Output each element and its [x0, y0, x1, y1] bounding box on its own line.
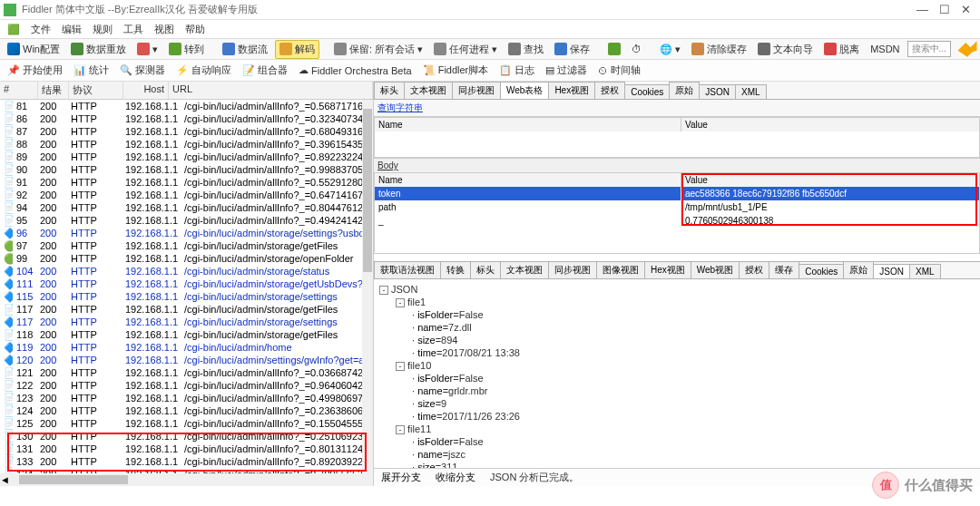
session-row[interactable]: 🟢99200HTTP192.168.1.1/cgi-bin/luci/admin…: [0, 252, 373, 265]
log-tab[interactable]: 📋 日志: [495, 62, 538, 79]
session-row[interactable]: 📄122200HTTP192.168.1.1/cgi-bin/luci/admi…: [0, 379, 373, 392]
req-tab-4[interactable]: Hex视图: [548, 82, 595, 99]
resp-tab-5[interactable]: 图像视图: [596, 261, 645, 278]
keep-dropdown[interactable]: 保留: 所有会话 ▾: [330, 41, 426, 58]
qs-col-value[interactable]: Value: [681, 118, 979, 131]
session-row[interactable]: 🔷111200HTTP192.168.1.1/cgi-bin/luci/admi…: [0, 277, 373, 290]
qs-col-name[interactable]: Name: [375, 118, 681, 131]
close-button[interactable]: ✕: [961, 3, 971, 16]
menu-view[interactable]: 视图: [154, 23, 174, 36]
resp-tab-11[interactable]: 原始: [843, 261, 874, 278]
search-input[interactable]: 搜索中...: [907, 41, 951, 57]
tearoff-button[interactable]: 脱离: [820, 41, 863, 58]
session-row[interactable]: 📄89200HTTP192.168.1.1/cgi-bin/luci/admin…: [0, 151, 373, 163]
session-row[interactable]: 📄88200HTTP192.168.1.1/cgi-bin/luci/admin…: [0, 138, 373, 151]
maximize-button[interactable]: ☐: [939, 3, 950, 16]
textwizard-button[interactable]: 文本向导: [754, 41, 817, 58]
remove-button[interactable]: ▾: [133, 41, 162, 57]
session-row[interactable]: 📄87200HTTP192.168.1.1/cgi-bin/luci/admin…: [0, 125, 373, 138]
process-dropdown[interactable]: 任何进程 ▾: [430, 41, 501, 58]
resp-tab-1[interactable]: 转换: [440, 261, 471, 278]
req-tab-0[interactable]: 标头: [374, 82, 405, 99]
session-row[interactable]: 🔷119200HTTP192.168.1.1/cgi-bin/luci/admi…: [0, 341, 373, 354]
session-row[interactable]: 🔷104200HTTP192.168.1.1/cgi-bin/luci/admi…: [0, 265, 373, 277]
session-row[interactable]: 📄81200HTTP192.168.1.1/cgi-bin/luci/admin…: [0, 100, 373, 112]
menu-rules[interactable]: 规则: [93, 23, 113, 36]
body-row[interactable]: tokenaec588366 18ec6c79192f86 fb5c650dcf: [375, 187, 979, 200]
replay-button[interactable]: 数据重放: [67, 41, 130, 58]
session-row[interactable]: 🔷115200HTTP192.168.1.1/cgi-bin/luci/admi…: [0, 290, 373, 303]
resp-tab-4[interactable]: 同步视图: [548, 261, 597, 278]
menu-tools[interactable]: 工具: [123, 23, 143, 36]
col-url[interactable]: URL: [169, 82, 373, 99]
msdn-button[interactable]: MSDN: [867, 42, 903, 56]
inspector-tab[interactable]: 🔍 探测器: [116, 62, 169, 79]
req-tab-5[interactable]: 授权: [594, 82, 625, 99]
session-row[interactable]: 📄95200HTTP192.168.1.1/cgi-bin/luci/admin…: [0, 214, 373, 227]
session-row[interactable]: 📄91200HTTP192.168.1.1/cgi-bin/luci/admin…: [0, 176, 373, 189]
body-row[interactable]: path/tmp/mnt/usb1_1/PE: [375, 200, 979, 214]
horizontal-scrollbar[interactable]: ◄: [0, 473, 373, 486]
resp-tab-8[interactable]: 授权: [739, 261, 769, 278]
stats-tab[interactable]: 📊 统计: [70, 62, 113, 79]
body-col-name[interactable]: Name: [375, 173, 681, 187]
session-row[interactable]: 📄117200HTTP192.168.1.1/cgi-bin/luci/admi…: [0, 303, 373, 316]
session-row[interactable]: 🔷96200HTTP192.168.1.1/cgi-bin/luci/admin…: [0, 227, 373, 239]
session-row[interactable]: 📄92200HTTP192.168.1.1/cgi-bin/luci/admin…: [0, 189, 373, 201]
timeline-tab[interactable]: ⏲ 时间轴: [594, 62, 644, 79]
go-button[interactable]: 转到: [165, 41, 208, 58]
session-row[interactable]: 📄123200HTTP192.168.1.1/cgi-bin/luci/admi…: [0, 392, 373, 404]
session-row[interactable]: 📄124200HTTP192.168.1.1/cgi-bin/luci/admi…: [0, 404, 373, 417]
req-tab-9[interactable]: XML: [735, 84, 767, 99]
resp-tab-7[interactable]: Web视图: [691, 261, 740, 278]
session-row[interactable]: 📄134200HTTP192.168.1.1/cgi-bin/luci/admi…: [0, 468, 373, 473]
req-tab-6[interactable]: Cookies: [624, 84, 670, 99]
save-button[interactable]: 保存: [551, 41, 593, 58]
script-tab[interactable]: 📜 Fiddler脚本: [419, 62, 493, 79]
timer-button[interactable]: ⏱: [628, 42, 645, 56]
col-protocol[interactable]: 协议: [69, 82, 123, 99]
querystring-header[interactable]: 查询字符串: [374, 100, 980, 117]
col-result[interactable]: 结果: [38, 82, 69, 99]
session-row[interactable]: 🔷120200HTTP192.168.1.1/cgi-bin/luci/admi…: [0, 354, 373, 366]
clearcache-button[interactable]: 清除缓存: [688, 41, 750, 58]
autoresponder-tab[interactable]: ⚡ 自动响应: [172, 62, 235, 79]
req-tab-8[interactable]: JSON: [699, 84, 736, 99]
body-header[interactable]: Body: [374, 158, 980, 172]
body-col-value[interactable]: Value: [681, 173, 979, 187]
orchestra-tab[interactable]: ☁ Fiddler Orchestra Beta: [295, 63, 416, 78]
resp-tab-13[interactable]: XML: [909, 264, 941, 278]
session-row[interactable]: 📄130200HTTP192.168.1.1/cgi-bin/luci/admi…: [0, 430, 373, 443]
stream-button[interactable]: 数据流: [219, 41, 271, 58]
resp-tab-3[interactable]: 文本视图: [500, 261, 549, 278]
session-row[interactable]: 📄125200HTTP192.168.1.1/cgi-bin/luci/admi…: [0, 417, 373, 430]
resp-tab-10[interactable]: Cookies: [799, 264, 844, 278]
req-tab-3[interactable]: Web表格: [500, 82, 549, 100]
composer-tab[interactable]: 📝 组合器: [239, 62, 291, 79]
session-row[interactable]: 🟢97200HTTP192.168.1.1/cgi-bin/luci/admin…: [0, 239, 373, 252]
filter-tab[interactable]: ▤ 过滤器: [542, 62, 591, 79]
req-tab-7[interactable]: 原始: [669, 82, 700, 99]
session-row[interactable]: 📄133200HTTP192.168.1.1/cgi-bin/luci/admi…: [0, 455, 373, 468]
vertical-scrollbar[interactable]: [362, 100, 373, 473]
screenshot-button[interactable]: [604, 41, 624, 57]
getstarted-tab[interactable]: 📌 开始使用: [4, 62, 66, 79]
col-host[interactable]: Host: [123, 82, 169, 99]
find-button[interactable]: 查找: [505, 41, 547, 58]
menu-help[interactable]: 帮助: [185, 23, 205, 36]
menu-file[interactable]: 文件: [31, 23, 51, 36]
session-row[interactable]: 📄121200HTTP192.168.1.1/cgi-bin/luci/admi…: [0, 366, 373, 379]
body-row[interactable]: _0.77605029463001​38: [375, 214, 979, 228]
resp-tab-12[interactable]: JSON: [873, 264, 910, 279]
expand-button[interactable]: 展开分支: [381, 471, 421, 484]
resp-tab-2[interactable]: 标头: [470, 261, 501, 278]
collapse-button[interactable]: 收缩分支: [436, 471, 475, 484]
col-id[interactable]: #: [0, 82, 38, 99]
session-row[interactable]: 📄131200HTTP192.168.1.1/cgi-bin/luci/admi…: [0, 443, 373, 455]
json-tree[interactable]: -JSON-file1· isFolder=False· name=7z.dll…: [374, 279, 980, 468]
decode-button[interactable]: 解码: [275, 40, 319, 59]
session-row[interactable]: 📄94200HTTP192.168.1.1/cgi-bin/luci/admin…: [0, 201, 373, 214]
resp-tab-6[interactable]: Hex视图: [644, 261, 691, 278]
menu-edit[interactable]: 编辑: [62, 23, 82, 36]
winconfig-button[interactable]: Win配置: [4, 41, 64, 58]
